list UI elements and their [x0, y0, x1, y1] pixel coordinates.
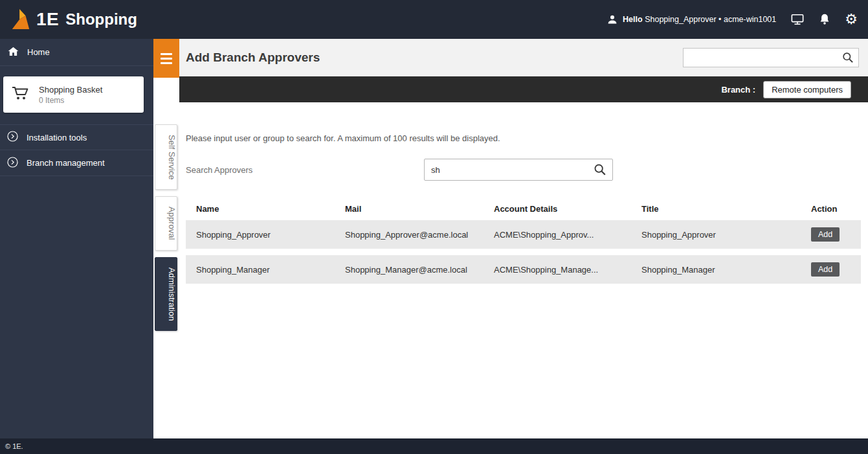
cell-title: Shopping_Manager — [641, 265, 811, 275]
greeting-prefix: Hello — [623, 15, 643, 24]
sidebar-nav: Installation tools Branch management — [0, 124, 153, 176]
sidebar-item-label: Installation tools — [27, 133, 87, 142]
search-icon[interactable] — [841, 51, 854, 67]
column-header-account-details: Account Details — [494, 204, 641, 214]
brand-logo[interactable]: 1E Shopping — [10, 8, 137, 31]
user-greeting: Hello Shopping_Approver • acme-win1001 — [606, 14, 776, 25]
cell-account-details: ACME\Shopping_Manage... — [494, 265, 641, 275]
sidebar-item-label: Branch management — [27, 158, 105, 168]
sidebar-home-label: Home — [27, 47, 50, 57]
hamburger-menu-icon[interactable] — [153, 39, 179, 78]
page-header: Add Branch Approvers — [179, 39, 868, 76]
sidebar-item-home[interactable]: Home — [0, 39, 153, 66]
tab-approval[interactable]: Approval — [155, 196, 177, 250]
search-icon[interactable] — [593, 163, 607, 179]
cell-name: Shopping_Manager — [196, 265, 345, 275]
column-header-name: Name — [196, 204, 345, 214]
add-approver-button[interactable]: Add — [811, 262, 840, 277]
cell-title: Shopping_Approver — [641, 230, 811, 240]
tab-strip: Self Service Approval Administration — [153, 39, 179, 438]
instructions-text: Please input user or group to search for… — [186, 133, 861, 143]
cell-mail: Shopping_Manager@acme.local — [345, 265, 494, 275]
top-bar: 1E Shopping Hello Shopping_Approver • ac… — [0, 0, 868, 39]
approver-search-input[interactable] — [424, 159, 613, 181]
add-approver-button[interactable]: Add — [811, 227, 840, 242]
page-body: Please input user or group to search for… — [179, 102, 868, 438]
monitor-icon[interactable] — [790, 13, 805, 26]
main-area: Home Shopping Basket 0 Items — [0, 39, 868, 438]
home-icon — [8, 46, 19, 58]
content-area: Add Branch Approvers Branch : Remote com… — [179, 39, 868, 438]
cart-icon — [11, 85, 29, 104]
column-header-mail: Mail — [345, 204, 494, 214]
user-icon — [606, 14, 618, 25]
approver-search-box — [424, 159, 613, 181]
header-search-input[interactable] — [683, 48, 859, 67]
cell-account-details: ACME\Shopping_Approv... — [494, 230, 641, 240]
table-row: Shopping_Manager Shopping_Manager@acme.l… — [186, 255, 861, 284]
greeting-user: Shopping_Approver • acme-win1001 — [645, 15, 776, 24]
cell-mail: Shopping_Approver@acme.local — [345, 230, 494, 240]
1e-logo-icon — [10, 8, 31, 31]
circle-chevron-icon — [6, 130, 19, 144]
app-window: 1E Shopping Hello Shopping_Approver • ac… — [0, 0, 868, 454]
table-header: Name Mail Account Details Title Action — [186, 204, 861, 214]
copyright-text: © 1E. — [5, 442, 23, 450]
branch-bar: Branch : Remote computers — [179, 76, 868, 102]
column-header-title: Title — [641, 204, 811, 214]
footer: © 1E. — [0, 438, 868, 454]
branch-label: Branch : — [721, 85, 755, 95]
gear-icon[interactable]: ⚙ — [845, 12, 858, 27]
logo-text: 1E — [36, 9, 59, 30]
basket-title: Shopping Basket — [39, 85, 102, 95]
sidebar-item-installation-tools[interactable]: Installation tools — [0, 124, 153, 150]
branch-selector-button[interactable]: Remote computers — [763, 81, 851, 98]
approver-search-row: Search Approvers — [186, 159, 861, 181]
bell-icon[interactable] — [819, 13, 830, 26]
circle-chevron-icon — [6, 156, 19, 170]
tab-self-service[interactable]: Self Service — [155, 124, 177, 190]
basket-item-count: 0 Items — [39, 96, 102, 105]
shopping-basket-card[interactable]: Shopping Basket 0 Items — [3, 76, 144, 113]
page-title: Add Branch Approvers — [186, 51, 320, 65]
sidebar-item-branch-management[interactable]: Branch management — [0, 150, 153, 176]
search-approvers-label: Search Approvers — [186, 165, 424, 175]
header-search — [683, 48, 859, 67]
cell-name: Shopping_Approver — [196, 230, 345, 240]
vertical-tabs: Self Service Approval Administration — [153, 124, 179, 331]
table-row: Shopping_Approver Shopping_Approver@acme… — [186, 220, 861, 249]
sidebar: Home Shopping Basket 0 Items — [0, 39, 153, 438]
tab-administration[interactable]: Administration — [155, 257, 177, 331]
topbar-actions: Hello Shopping_Approver • acme-win1001 ⚙ — [606, 12, 858, 27]
column-header-action: Action — [811, 204, 851, 214]
product-name: Shopping — [65, 10, 137, 28]
